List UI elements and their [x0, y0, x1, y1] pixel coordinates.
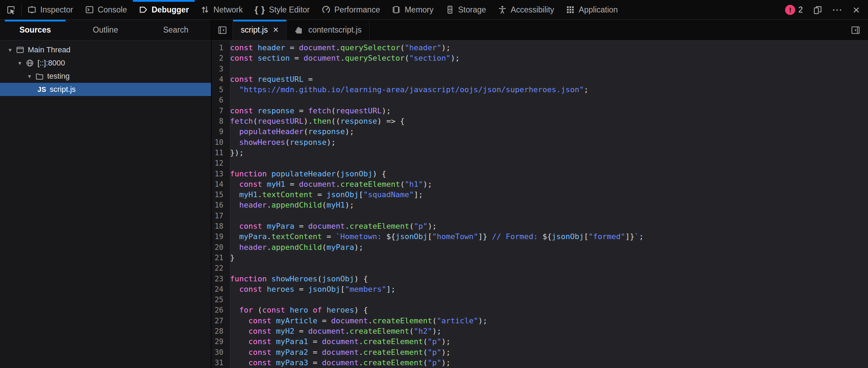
tab-storage[interactable]: Storage — [440, 0, 492, 19]
responsive-design-mode-button[interactable] — [808, 5, 827, 15]
line-number[interactable]: 9 — [212, 126, 227, 137]
pick-element-button[interactable] — [0, 0, 21, 19]
caret-down-icon[interactable]: ▾ — [26, 73, 33, 80]
code-text[interactable]: const myArticle = document.createElement… — [227, 316, 487, 326]
tree-item-main-thread[interactable]: ▾ Main Thread — [0, 43, 211, 56]
line-number[interactable]: 19 — [212, 231, 227, 242]
tree-item-label: [::]:8000 — [37, 59, 65, 68]
tab-search[interactable]: Search — [141, 20, 211, 40]
line-number[interactable]: 2 — [212, 53, 227, 63]
tree-item-testing-folder[interactable]: ▾ testing — [0, 70, 211, 83]
tab-label: Performance — [334, 5, 380, 15]
code-text[interactable]: showHeroes(response); — [227, 137, 336, 148]
tab-debugger[interactable]: Debugger — [133, 0, 195, 19]
close-devtools-button[interactable]: × — [848, 4, 865, 16]
code-text[interactable]: header.appendChild(myH1); — [227, 200, 354, 210]
code-text[interactable]: "https://mdn.github.io/learning-area/jav… — [227, 85, 588, 95]
line-number[interactable]: 28 — [212, 326, 227, 336]
caret-down-icon[interactable]: ▾ — [6, 46, 14, 54]
error-count-badge[interactable]: ! 2 — [780, 5, 808, 15]
code-text[interactable] — [227, 64, 230, 74]
code-text[interactable] — [227, 158, 230, 168]
code-text[interactable]: function populateHeader(jsonObj) { — [227, 169, 386, 179]
code-text[interactable]: populateHeader(response); — [227, 126, 354, 137]
line-number[interactable]: 21 — [212, 253, 227, 263]
line-number[interactable]: 20 — [212, 242, 227, 253]
line-number[interactable]: 17 — [212, 211, 227, 221]
code-text[interactable]: myPara.textContent = `Hometown: ${jsonOb… — [227, 231, 644, 242]
code-editor[interactable]: 1const header = document.querySelector("… — [212, 41, 868, 368]
line-number[interactable]: 24 — [212, 284, 227, 295]
tab-application[interactable]: Application — [560, 0, 624, 19]
line-number[interactable]: 18 — [212, 221, 227, 231]
line-number[interactable]: 10 — [212, 137, 227, 148]
code-text[interactable]: fetch(requestURL).then((response) => { — [227, 116, 405, 126]
code-text[interactable]: } — [227, 253, 235, 263]
line-number[interactable]: 26 — [212, 305, 227, 315]
line-number[interactable]: 30 — [212, 347, 227, 358]
line-number[interactable]: 23 — [212, 274, 227, 284]
line-number[interactable]: 27 — [212, 316, 227, 326]
line-number[interactable]: 11 — [212, 148, 227, 158]
code-text[interactable]: const myH1 = document.createElement("h1"… — [227, 179, 432, 190]
devtools-menu-button[interactable]: ⋯ — [827, 5, 848, 15]
code-text[interactable]: function showHeroes(jsonObj) { — [227, 274, 368, 284]
code-token: createElement — [363, 337, 423, 346]
editor-tab-script-js[interactable]: script.js × — [233, 20, 287, 40]
tab-network[interactable]: Network — [195, 0, 248, 19]
tab-sources[interactable]: Sources — [0, 20, 70, 40]
code-text[interactable] — [227, 211, 230, 221]
line-number[interactable]: 25 — [212, 295, 227, 305]
code-text[interactable]: const section = document.querySelector("… — [227, 53, 460, 63]
tab-performance[interactable]: Performance — [316, 0, 386, 19]
line-number[interactable]: 22 — [212, 263, 227, 273]
code-text[interactable]: const myH2 = document.createElement("h2"… — [227, 326, 441, 336]
tab-console[interactable]: Console — [79, 0, 133, 19]
code-text[interactable]: const myPara1 = document.createElement("… — [227, 336, 451, 347]
line-number[interactable]: 15 — [212, 190, 227, 200]
line-number[interactable]: 13 — [212, 169, 227, 179]
line-number[interactable]: 4 — [212, 74, 227, 85]
line-number[interactable]: 16 — [212, 200, 227, 210]
code-line: 14 const myH1 = document.createElement("… — [212, 179, 868, 190]
code-text[interactable]: const response = fetch(requestURL); — [227, 106, 391, 116]
close-tab-icon[interactable]: × — [273, 25, 279, 35]
line-number[interactable]: 14 — [212, 179, 227, 190]
line-number[interactable]: 3 — [212, 64, 227, 74]
line-number[interactable]: 6 — [212, 95, 227, 105]
code-text[interactable]: header.appendChild(myPara); — [227, 242, 363, 253]
tab-outline[interactable]: Outline — [70, 20, 141, 40]
line-number[interactable]: 31 — [212, 358, 227, 368]
collapse-sources-pane-button[interactable] — [212, 20, 233, 40]
code-text[interactable]: const myPara2 = document.createElement("… — [227, 347, 451, 358]
code-text[interactable]: const requestURL = — [227, 74, 313, 85]
folder-icon — [35, 72, 44, 80]
tab-inspector[interactable]: Inspector — [22, 0, 79, 19]
line-number[interactable]: 8 — [212, 116, 227, 126]
tab-style-editor[interactable]: { } Style Editor — [249, 0, 316, 19]
code-text[interactable]: const header = document.querySelector("h… — [227, 43, 451, 53]
code-text[interactable] — [227, 263, 230, 273]
tab-memory[interactable]: Memory — [386, 0, 439, 19]
code-text[interactable]: myH1.textContent = jsonObj["squadName"]; — [227, 190, 423, 200]
tree-item-script-js[interactable]: JS script.js — [0, 83, 211, 96]
line-number[interactable]: 1 — [212, 43, 227, 53]
line-number[interactable]: 12 — [212, 158, 227, 168]
caret-down-icon[interactable]: ▾ — [16, 60, 24, 67]
line-number[interactable]: 5 — [212, 85, 227, 95]
code-text[interactable] — [227, 95, 230, 105]
code-text[interactable]: }); — [227, 148, 244, 158]
code-token: ) { — [373, 169, 386, 178]
line-number[interactable]: 7 — [212, 106, 227, 116]
code-text[interactable]: const myPara = document.createElement("p… — [227, 221, 437, 231]
line-number[interactable]: 29 — [212, 336, 227, 347]
panel-tabs: Inspector Console Debugger — [22, 0, 624, 19]
editor-tab-contentscript-js[interactable]: contentscript.js — [287, 20, 369, 40]
tab-accessibility[interactable]: Accessibility — [492, 0, 560, 19]
code-text[interactable]: const heroes = jsonObj["members"]; — [227, 284, 395, 295]
code-text[interactable]: const myPara3 = document.createElement("… — [227, 358, 451, 368]
tree-item-host[interactable]: ▾ [::]:8000 — [0, 56, 211, 70]
collapse-right-pane-button[interactable] — [843, 20, 868, 40]
code-text[interactable] — [227, 295, 230, 305]
code-text[interactable]: for (const hero of heroes) { — [227, 305, 368, 315]
